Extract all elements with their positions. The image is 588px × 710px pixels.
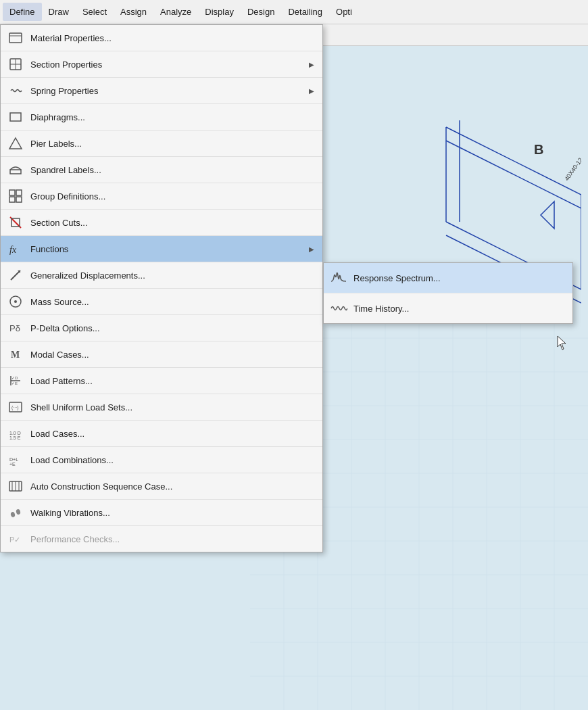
functions-submenu: Response Spectrum... Time History... — [323, 262, 573, 324]
svg-line-20 — [446, 127, 581, 195]
pdelta-options-icon: Pδ — [6, 320, 25, 336]
menubar-item-draw[interactable]: Draw — [42, 3, 76, 21]
menu-item-auto-construction-sequence-label: Auto Construction Sequence Case... — [30, 481, 314, 492]
menu-item-functions[interactable]: fx Functions ▶ — [1, 236, 322, 262]
menu-item-section-properties[interactable]: Section Properties ▶ — [1, 51, 322, 78]
spandrel-labels-icon — [6, 162, 25, 178]
define-dropdown-menu: Material Properties... Section Propertie… — [0, 24, 323, 552]
menu-item-material-properties-label: Material Properties... — [30, 33, 314, 43]
svg-rect-39 — [16, 190, 22, 195]
section-properties-icon — [6, 56, 25, 72]
submenu-item-response-spectrum[interactable]: Response Spectrum... — [324, 263, 572, 293]
menu-item-functions-label: Functions — [30, 244, 303, 254]
menu-item-pier-labels[interactable]: Pier Labels... — [1, 131, 322, 157]
menu-item-load-combinations-label: Load Combinations... — [30, 455, 314, 465]
menubar-item-assign[interactable]: Assign — [114, 3, 153, 21]
svg-text:B: B — [534, 142, 543, 157]
menu-item-generalized-displacements[interactable]: Generalized Displacements... — [1, 262, 322, 289]
menu-item-load-patterns-label: Load Patterns... — [30, 376, 314, 386]
svg-point-66 — [16, 508, 21, 515]
menu-item-spring-properties-label: Spring Properties — [30, 86, 303, 96]
menu-item-section-cuts-label: Section Cuts... — [30, 218, 314, 228]
modal-cases-icon: M — [6, 346, 25, 362]
svg-text:M: M — [11, 350, 20, 360]
svg-text:1.5 E: 1.5 E — [9, 435, 21, 440]
load-combinations-icon: D+L +E — [6, 452, 25, 468]
svg-text:D+L: D+L — [9, 457, 18, 462]
spring-properties-icon — [6, 82, 25, 99]
svg-rect-35 — [10, 113, 21, 121]
menubar-item-select[interactable]: Select — [76, 3, 114, 21]
menubar: Define Draw Select Assign Analyze Displa… — [0, 0, 588, 24]
menu-item-performance-checks-label: Performance Checks... — [30, 534, 314, 544]
menu-item-spandrel-labels[interactable]: Spandrel Labels... — [1, 157, 322, 183]
menu-item-walking-vibrations[interactable]: Walking Vibrations... — [1, 500, 322, 526]
menu-item-load-patterns[interactable]: ✓D✓E Load Patterns... — [1, 368, 322, 394]
menu-item-performance-checks[interactable]: P✓ Performance Checks... — [1, 526, 322, 552]
menu-item-section-properties-label: Section Properties — [30, 60, 303, 70]
svg-rect-30 — [9, 33, 22, 43]
shell-uniform-load-sets-icon: (···) — [6, 399, 25, 415]
menu-item-pdelta-options[interactable]: Pδ P-Delta Options... — [1, 315, 322, 341]
menu-item-load-cases-label: Load Cases... — [30, 429, 314, 439]
menu-item-auto-construction-sequence[interactable]: Auto Construction Sequence Case... — [1, 473, 322, 500]
svg-text:✓E: ✓E — [11, 381, 18, 385]
svg-rect-41 — [16, 197, 22, 202]
menubar-item-display[interactable]: Display — [198, 3, 241, 21]
submenu-item-response-spectrum-label: Response Spectrum... — [353, 273, 441, 283]
section-properties-arrow-icon: ▶ — [309, 61, 314, 68]
svg-text:40X40-12: 40X40-12 — [563, 156, 581, 182]
svg-rect-40 — [9, 197, 15, 202]
svg-rect-38 — [9, 190, 15, 195]
menu-item-load-cases[interactable]: 1.0 D 1.5 E Load Cases... — [1, 421, 322, 447]
pier-labels-icon — [6, 135, 25, 151]
menu-item-material-properties[interactable]: Material Properties... — [1, 25, 322, 51]
time-history-icon — [329, 299, 348, 318]
structural-drawing: B 40X40-12 — [392, 114, 581, 371]
performance-checks-icon: P✓ — [6, 531, 25, 547]
menu-item-mass-source[interactable]: Mass Source... — [1, 289, 322, 315]
svg-text:✓D: ✓D — [11, 376, 18, 380]
diaphragms-icon — [6, 109, 25, 125]
load-cases-icon: 1.0 D 1.5 E — [6, 425, 25, 442]
section-cuts-icon — [6, 214, 25, 231]
svg-marker-29 — [541, 202, 554, 229]
menubar-item-design[interactable]: Design — [241, 3, 281, 21]
menu-item-modal-cases-label: Modal Cases... — [30, 350, 314, 360]
svg-point-48 — [14, 300, 17, 303]
svg-line-21 — [446, 141, 581, 208]
menu-item-group-definitions[interactable]: Group Definitions... — [1, 183, 322, 210]
menu-item-group-definitions-label: Group Definitions... — [30, 191, 314, 202]
functions-arrow-icon: ▶ — [309, 245, 314, 253]
svg-text:1.0 D: 1.0 D — [9, 431, 21, 435]
svg-text:P✓: P✓ — [9, 536, 20, 544]
spring-properties-arrow-icon: ▶ — [309, 87, 314, 95]
load-patterns-icon: ✓D✓E — [6, 373, 25, 389]
menu-item-load-combinations[interactable]: D+L +E Load Combinations... — [1, 447, 322, 473]
auto-construction-sequence-icon — [6, 478, 25, 494]
menu-item-pier-labels-label: Pier Labels... — [30, 139, 314, 149]
menu-item-shell-uniform-load-sets[interactable]: (···) Shell Uniform Load Sets... — [1, 394, 322, 421]
svg-text:Pδ: Pδ — [9, 323, 20, 333]
menu-item-walking-vibrations-label: Walking Vibrations... — [30, 508, 314, 518]
menubar-item-define[interactable]: Define — [3, 3, 42, 21]
menubar-item-analyze[interactable]: Analyze — [153, 3, 198, 21]
menu-item-diaphragms[interactable]: Diaphragms... — [1, 104, 322, 131]
menu-item-diaphragms-label: Diaphragms... — [30, 112, 314, 122]
menubar-item-detailing[interactable]: Detailing — [281, 3, 329, 21]
menu-item-spring-properties[interactable]: Spring Properties ▶ — [1, 78, 322, 104]
generalized-displacements-icon — [6, 267, 25, 283]
response-spectrum-icon — [329, 268, 348, 287]
mass-source-icon — [6, 293, 25, 310]
menu-item-mass-source-label: Mass Source... — [30, 297, 314, 307]
menu-item-modal-cases[interactable]: M Modal Cases... — [1, 341, 322, 368]
submenu-item-time-history-label: Time History... — [353, 304, 409, 314]
menubar-item-opti[interactable]: Opti — [329, 3, 359, 21]
svg-text:(···): (···) — [11, 405, 19, 410]
svg-line-45 — [11, 270, 20, 280]
material-properties-icon — [6, 30, 25, 46]
submenu-item-time-history[interactable]: Time History... — [324, 293, 572, 323]
svg-point-65 — [10, 511, 16, 517]
menu-item-section-cuts[interactable]: Section Cuts... — [1, 210, 322, 236]
functions-icon: fx — [6, 241, 25, 257]
